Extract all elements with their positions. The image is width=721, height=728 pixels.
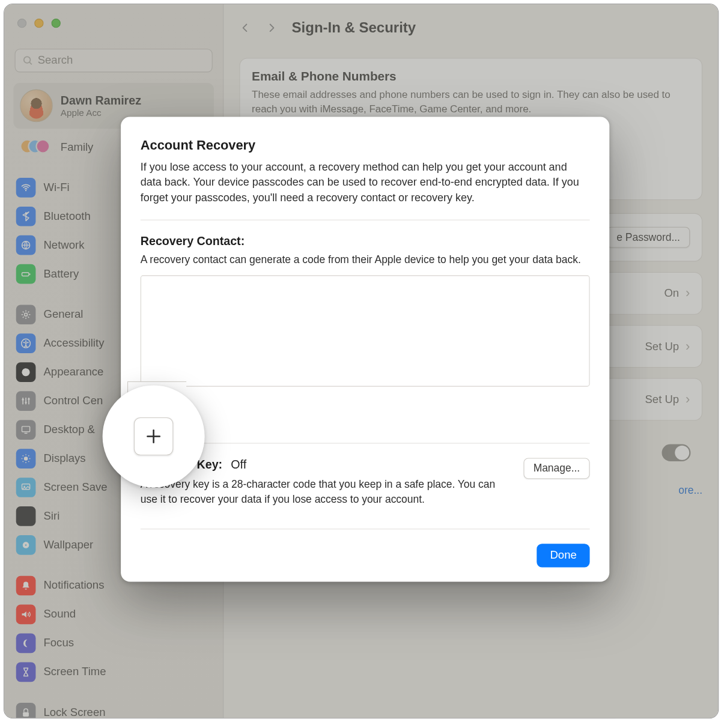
modal-intro: If you lose access to your account, a re…	[141, 159, 590, 205]
account-recovery-modal: Account Recovery If you lose access to y…	[121, 117, 609, 582]
add-recovery-contact-button[interactable]	[134, 417, 173, 455]
recovery-key-desc: A recovery key is a 28-character code th…	[141, 477, 513, 507]
divider	[141, 443, 590, 443]
recovery-key-value: Off	[231, 458, 246, 471]
divider	[141, 529, 590, 530]
modal-title: Account Recovery	[141, 138, 590, 153]
recovery-contact-list[interactable]	[141, 275, 590, 386]
divider	[141, 220, 590, 220]
recovery-contact-desc: A recovery contact can generate a code f…	[141, 252, 590, 267]
recovery-contact-label: Recovery Contact:	[141, 235, 590, 249]
add-button-magnifier	[103, 385, 205, 487]
done-button[interactable]: Done	[537, 544, 590, 568]
plus-icon	[144, 427, 163, 446]
manage-button[interactable]: Manage...	[523, 458, 589, 479]
settings-window: Search Dawn Ramirez Apple Acc Family Wi-…	[4, 4, 719, 718]
